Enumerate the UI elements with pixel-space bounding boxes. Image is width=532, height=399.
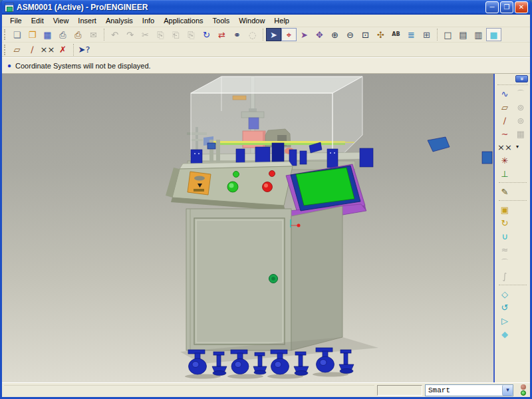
minimize-button[interactable]: ─ — [485, 1, 499, 13]
menu-insert[interactable]: Insert — [73, 15, 101, 26]
spacer — [513, 314, 528, 327]
pattern-tool-button[interactable]: ▦ — [513, 127, 528, 140]
menu-tools[interactable]: Tools — [208, 15, 235, 26]
hidden-line-button[interactable]: ▤ — [456, 28, 471, 41]
graphics-area[interactable] — [2, 74, 495, 382]
style-tool-button[interactable]: ∿ — [497, 87, 512, 100]
shaded-button[interactable]: ■ — [486, 28, 501, 41]
find-button[interactable]: ⚭ — [229, 28, 245, 41]
selection-filter-combo[interactable]: Smart ▾ — [425, 384, 513, 396]
message-bullet-icon: ● — [7, 62, 11, 69]
status-info-field — [377, 385, 422, 396]
copy-button[interactable]: ⎘ — [153, 28, 168, 41]
curve-tool-button[interactable]: ∫ — [497, 269, 512, 283]
regenerate-manager-button[interactable]: ⇄ — [214, 28, 229, 41]
datum-axis-tool-button[interactable]: ∕ — [497, 114, 512, 127]
sketched-curve-tool-button[interactable]: ∼ — [497, 127, 512, 140]
separator — [263, 29, 263, 41]
spacer — [513, 185, 528, 198]
zoom-out-button[interactable]: ⊖ — [342, 28, 358, 41]
spacer — [513, 243, 528, 256]
datum-plane-tool-button[interactable]: ▱ — [497, 100, 512, 114]
feature-toolbar-overflow-button[interactable]: » — [515, 75, 528, 82]
selection-buffer-button[interactable]: ◌ — [245, 28, 260, 41]
revolve-tool-button[interactable]: ↻ — [497, 216, 512, 229]
datum-display-toolbar: ▱∕××✗➤? — [2, 43, 530, 57]
toolbar-grip[interactable] — [4, 29, 7, 40]
wireframe-button[interactable]: □ — [440, 28, 456, 41]
point-display-toggle[interactable]: ×× — [40, 43, 55, 57]
zoom-in-button[interactable]: ⊕ — [327, 28, 342, 41]
datum-point-tool-button[interactable]: ×× — [497, 140, 512, 154]
model-control-panel[interactable] — [166, 162, 293, 211]
new-object-button[interactable]: ❏ — [9, 28, 25, 41]
message-area: ● Coordinate Systems will not be display… — [2, 57, 530, 74]
project-tool-button[interactable]: ⊚ — [513, 114, 528, 127]
combo-dropdown-button[interactable]: ▾ — [502, 385, 513, 396]
model-cabinet[interactable] — [186, 206, 342, 350]
close-button[interactable]: ✕ — [515, 1, 528, 13]
datum-plane-display-toggle[interactable]: ▱ — [9, 43, 25, 57]
select-window-button[interactable]: ➤ — [266, 28, 281, 41]
extrude-tool-button[interactable]: ▣ — [497, 203, 512, 216]
model-status-icon[interactable] — [519, 384, 527, 396]
use-edge-button[interactable]: ⌒ — [513, 87, 528, 100]
no-hidden-button[interactable]: ▥ — [471, 28, 486, 41]
undo-button[interactable]: ↶ — [107, 28, 122, 41]
spacer — [513, 301, 528, 314]
regenerate-button[interactable]: ↻ — [199, 28, 214, 41]
pick-from-list-button[interactable]: ➤ — [297, 28, 312, 41]
sweep-tool-button[interactable]: ∪ — [497, 229, 512, 243]
assembly-model[interactable] — [2, 74, 493, 382]
menu-edit[interactable]: Edit — [27, 15, 49, 26]
selection-filter-value: Smart — [426, 386, 502, 394]
cut-button[interactable]: ✂ — [138, 28, 153, 41]
send-email-button[interactable]: ✉ — [86, 28, 101, 41]
boundary-blend-button[interactable]: ◆ — [497, 327, 512, 340]
offset-tool-button[interactable]: ⊚ — [513, 100, 528, 114]
app-icon — [5, 3, 14, 12]
spacer — [513, 167, 528, 180]
separator — [73, 44, 74, 56]
menu-info[interactable]: Info — [138, 15, 159, 26]
paste-button[interactable]: ⎗ — [168, 28, 184, 41]
redo-button[interactable]: ↷ — [122, 28, 138, 41]
title-bar[interactable]: ASM0001 (Active) - Pro/ENGINEER ─ ❐ ✕ — [2, 0, 530, 15]
paste-special-button[interactable]: ⎘ — [184, 28, 199, 41]
menu-file[interactable]: File — [5, 15, 27, 26]
toolbar-grip[interactable] — [4, 45, 7, 55]
layers-button[interactable]: ≣ — [404, 28, 419, 41]
print-button[interactable]: ⎙ — [55, 28, 70, 41]
maximize-button[interactable]: ❐ — [500, 1, 513, 13]
datum-axis-display-toggle[interactable]: ∕ — [25, 43, 40, 57]
menu-applications[interactable]: Applications — [159, 15, 207, 26]
view-manager-button[interactable]: ⊞ — [419, 28, 434, 41]
spin-pan-zoom-button[interactable]: ✥ — [312, 28, 327, 41]
sketch-tool-button[interactable]: ✎ — [497, 185, 512, 198]
spacer — [513, 256, 528, 269]
save-object-button[interactable]: ▦ — [40, 28, 55, 41]
smart-select-button[interactable]: ⌖ — [281, 28, 297, 41]
reorient-button[interactable]: ✣ — [373, 28, 388, 41]
menu-help[interactable]: Help — [269, 15, 294, 26]
separator — [497, 84, 528, 85]
menu-analysis[interactable]: Analysis — [101, 15, 138, 26]
refit-button[interactable]: ⊡ — [358, 28, 373, 41]
proe-window: ASM0001 (Active) - Pro/ENGINEER ─ ❐ ✕ Fi… — [0, 0, 532, 399]
blend-tool-button[interactable]: ⌒ — [497, 256, 512, 269]
menu-view[interactable]: View — [49, 15, 74, 26]
print-stamp-button[interactable]: ⎙ — [70, 28, 86, 41]
datum-axis-points-tool-button[interactable]: ✳ — [497, 154, 512, 167]
datum-point-flyout-arrow[interactable]: ▾ — [513, 140, 521, 154]
open-object-button[interactable]: ❐ — [25, 28, 40, 41]
swept-blend-tool-button[interactable]: ≈ — [497, 243, 512, 256]
csys-display-toggle[interactable]: ✗ — [55, 43, 70, 57]
sweep-surface-button[interactable]: ▷ — [497, 314, 512, 327]
menu-window[interactable]: Window — [234, 15, 269, 26]
revolve-surface-button[interactable]: ↺ — [497, 301, 512, 314]
extrude-surface-button[interactable]: ◇ — [497, 287, 512, 301]
status-message-field — [4, 385, 374, 396]
saved-views-button[interactable]: AB — [388, 28, 404, 41]
csys-tool-button[interactable]: ⊥ — [497, 167, 512, 180]
context-help-button[interactable]: ➤? — [76, 43, 92, 57]
